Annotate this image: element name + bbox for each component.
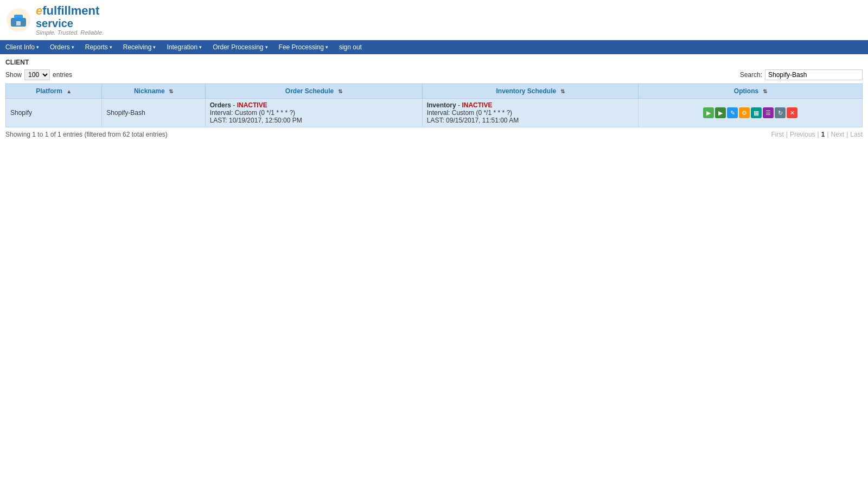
- nav-fee-processing[interactable]: Fee Processing ▾: [273, 41, 334, 53]
- logo-text-box: efulfillment service Simple. Trusted. Re…: [36, 4, 104, 36]
- sort-icon-nickname: ⇅: [169, 88, 173, 94]
- pagination-previous[interactable]: Previous: [790, 131, 815, 138]
- chevron-down-icon: ▾: [72, 44, 74, 50]
- chevron-down-icon: ▾: [110, 44, 112, 50]
- entries-label: entries: [53, 71, 72, 79]
- nav-sign-out[interactable]: sign out: [334, 41, 367, 53]
- search-label: Search:: [740, 71, 762, 79]
- col-options[interactable]: Options ⇅: [639, 84, 863, 99]
- order-status: INACTIVE: [237, 101, 267, 109]
- section-label: CLIENT: [5, 59, 863, 66]
- chevron-down-icon: ▾: [199, 44, 202, 50]
- play-button[interactable]: ▶: [703, 107, 714, 118]
- chevron-down-icon: ▾: [326, 44, 328, 50]
- search-area: Search:: [740, 69, 863, 80]
- pagination-next[interactable]: Next: [831, 131, 845, 138]
- step-button[interactable]: ▶: [715, 107, 726, 118]
- show-label: Show: [5, 71, 22, 79]
- nav-client-info[interactable]: Client Info ▾: [0, 41, 44, 53]
- page-content: CLIENT Show 10 25 50 100 entries Search:…: [0, 54, 868, 143]
- platform-cell: Shopify: [6, 99, 102, 127]
- table-controls: Show 10 25 50 100 entries Search:: [5, 69, 863, 80]
- table-row: ShopifyShopify-BashOrders - INACTIVEInte…: [6, 99, 863, 127]
- logo-tagline: Simple. Trusted. Reliable.: [36, 29, 104, 36]
- order-schedule-cell: Orders - INACTIVEInterval: Custom (0 */1…: [205, 99, 422, 127]
- show-entries: Show 10 25 50 100 entries: [5, 69, 72, 80]
- chevron-down-icon: ▾: [36, 44, 39, 50]
- col-nickname[interactable]: Nickname ⇅: [102, 84, 205, 99]
- inventory-schedule-cell: Inventory - INACTIVEInterval: Custom (0 …: [422, 99, 639, 127]
- options-cell: ▶▶✎⚙▦☰↻✕: [639, 99, 863, 127]
- grid-button[interactable]: ▦: [751, 107, 762, 118]
- svg-rect-2: [14, 15, 23, 20]
- nickname-cell: Shopify-Bash: [102, 99, 205, 127]
- svg-rect-3: [16, 21, 21, 25]
- list-button[interactable]: ☰: [763, 107, 774, 118]
- nav-orders[interactable]: Orders ▾: [44, 41, 80, 53]
- entries-select[interactable]: 10 25 50 100: [24, 69, 50, 80]
- nav-receiving[interactable]: Receiving ▾: [118, 41, 162, 53]
- col-inventory-schedule[interactable]: Inventory Schedule ⇅: [422, 84, 639, 99]
- navbar: Client Info ▾ Orders ▾ Reports ▾ Receivi…: [0, 40, 868, 54]
- inventory-interval: Interval: Custom (0 */1 * * * ?): [427, 109, 512, 117]
- table-body: ShopifyShopify-BashOrders - INACTIVEInte…: [6, 99, 863, 127]
- order-label: Orders: [210, 101, 231, 109]
- pagination: First | Previous | 1 | Next | Last: [771, 131, 863, 138]
- inventory-status: INACTIVE: [462, 101, 492, 109]
- nav-reports[interactable]: Reports ▾: [80, 41, 118, 53]
- table-footer: Showing 1 to 1 of 1 entries (filtered fr…: [5, 131, 863, 138]
- table-header: Platform ▲ Nickname ⇅ Order Schedule ⇅ I…: [6, 84, 863, 99]
- sort-icon-options: ⇅: [763, 88, 767, 94]
- inventory-last: LAST: 09/15/2017, 11:51:00 AM: [427, 117, 519, 124]
- sort-icon-order: ⇅: [338, 88, 342, 94]
- pagination-page: 1: [821, 131, 825, 138]
- showing-text: Showing 1 to 1 of 1 entries (filtered fr…: [5, 131, 168, 138]
- nav-integration[interactable]: Integration ▾: [161, 41, 207, 53]
- pagination-last[interactable]: Last: [850, 131, 863, 138]
- col-platform[interactable]: Platform ▲: [6, 84, 102, 99]
- order-interval: Interval: Custom (0 */1 * * * ?): [210, 109, 295, 117]
- pagination-first[interactable]: First: [771, 131, 783, 138]
- sort-icon-platform: ▲: [66, 88, 72, 94]
- logo-icon: [5, 7, 31, 33]
- order-last: LAST: 10/19/2017, 12:50:00 PM: [210, 117, 302, 124]
- nav-order-processing[interactable]: Order Processing ▾: [207, 41, 273, 53]
- refresh-button[interactable]: ↻: [775, 107, 786, 118]
- data-table: Platform ▲ Nickname ⇅ Order Schedule ⇅ I…: [5, 84, 863, 127]
- edit-button[interactable]: ✎: [727, 107, 738, 118]
- chevron-down-icon: ▾: [265, 44, 268, 50]
- settings-button[interactable]: ⚙: [739, 107, 750, 118]
- logo-area: efulfillment service Simple. Trusted. Re…: [0, 0, 868, 40]
- sort-icon-inventory: ⇅: [560, 88, 565, 94]
- inventory-label: Inventory: [427, 101, 456, 109]
- chevron-down-icon: ▾: [153, 44, 156, 50]
- col-order-schedule[interactable]: Order Schedule ⇅: [205, 84, 422, 99]
- search-input[interactable]: [765, 69, 863, 80]
- delete-button[interactable]: ✕: [787, 107, 797, 118]
